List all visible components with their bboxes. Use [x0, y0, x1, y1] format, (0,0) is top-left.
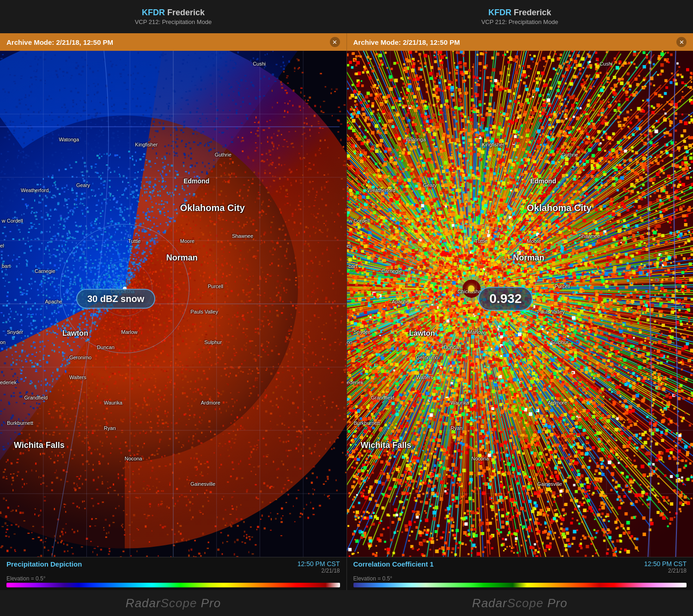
header-right-panel: KFDR Frederick VCP 212: Precipitation Mo…: [346, 0, 693, 33]
radar-panel-left[interactable]: Oklahoma City Norman Wichita Falls Edmon…: [0, 51, 346, 557]
info-top-left: Precipitation Depiction 12:50 PM CST 2/2…: [6, 560, 340, 574]
archive-left-text: Archive Mode: 2/21/18, 12:50 PM: [6, 38, 113, 46]
left-radar-canvas: [0, 51, 346, 557]
footer-right: RadarScope Pro: [346, 596, 693, 610]
radar-bubble-left: 30 dBZ snow: [76, 289, 155, 309]
footer-logo-right: RadarScope Pro: [472, 596, 567, 610]
cc-yellow-dot: [468, 285, 474, 292]
footer-radar-right: Radar: [472, 596, 507, 610]
footer-scope-right: Scope: [507, 596, 544, 610]
footer-scope-left: Scope: [161, 596, 197, 610]
footer-logo-left: RadarScope Pro: [126, 596, 221, 610]
right-time-block: 12:50 PM CST 2/21/18: [644, 560, 687, 574]
left-color-scale-container: [6, 583, 340, 587]
archive-right: Archive Mode: 2/21/18, 12:50 PM ✕: [346, 33, 693, 51]
right-date: 2/21/18: [644, 568, 687, 574]
left-elevation: Elevation = 0.5°: [6, 575, 340, 582]
radar-area: Oklahoma City Norman Wichita Falls Edmon…: [0, 51, 693, 557]
left-date: 2/21/18: [298, 568, 340, 574]
right-time: 12:50 PM CST: [644, 560, 687, 568]
left-color-scale: [6, 583, 340, 587]
footer-radar-left: Radar: [126, 596, 161, 610]
info-panel-left: Precipitation Depiction 12:50 PM CST 2/2…: [0, 557, 346, 590]
archive-left: Archive Mode: 2/21/18, 12:50 PM ✕: [0, 33, 346, 51]
right-station-info: KFDR Frederick: [488, 8, 551, 18]
footer: RadarScope Pro RadarScope Pro: [0, 590, 693, 616]
right-vcp: VCP 212: Precipitation Mode: [481, 18, 559, 25]
right-station-name: Frederick: [514, 8, 551, 17]
archive-bar: Archive Mode: 2/21/18, 12:50 PM ✕ Archiv…: [0, 33, 693, 51]
right-elevation: Elevation = 0.5°: [353, 575, 687, 582]
header-left-panel: KFDR Frederick VCP 212: Precipitation Mo…: [0, 0, 346, 33]
archive-right-close[interactable]: ✕: [676, 37, 687, 47]
info-bar: Precipitation Depiction 12:50 PM CST 2/2…: [0, 557, 693, 590]
left-station-code: KFDR: [142, 8, 165, 17]
right-product-name: Correlation Coefficient 1: [353, 560, 434, 568]
right-station-code: KFDR: [488, 8, 511, 17]
archive-left-close[interactable]: ✕: [330, 37, 340, 47]
radar-bubble-right: 0.932: [478, 287, 533, 311]
info-panel-right: Correlation Coefficient 1 12:50 PM CST 2…: [346, 557, 693, 590]
archive-right-text: Archive Mode: 2/21/18, 12:50 PM: [353, 38, 460, 46]
left-time-block: 12:50 PM CST 2/21/18: [298, 560, 340, 574]
left-product-name: Precipitation Depiction: [6, 560, 82, 568]
app-container: KFDR Frederick VCP 212: Precipitation Mo…: [0, 0, 693, 616]
radar-panel-right[interactable]: Oklahoma City Norman Wichita Falls Edmon…: [346, 51, 693, 557]
footer-pro-left: Pro: [201, 596, 221, 610]
left-station-name: Frederick: [167, 8, 205, 17]
header: KFDR Frederick VCP 212: Precipitation Mo…: [0, 0, 693, 33]
left-station-info: KFDR Frederick: [142, 8, 205, 18]
info-top-right: Correlation Coefficient 1 12:50 PM CST 2…: [353, 560, 687, 574]
footer-left: RadarScope Pro: [0, 596, 346, 610]
footer-pro-right: Pro: [547, 596, 567, 610]
left-time: 12:50 PM CST: [298, 560, 340, 568]
left-vcp: VCP 212: Precipitation Mode: [135, 18, 212, 25]
right-color-scale-container: [353, 583, 687, 587]
right-color-scale: [353, 583, 687, 587]
